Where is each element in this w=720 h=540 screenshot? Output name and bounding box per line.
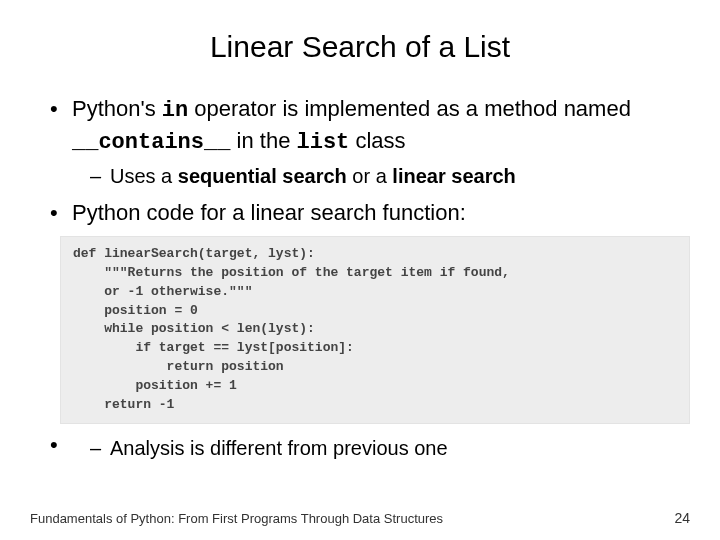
text: operator is implemented as a method name…: [188, 96, 631, 121]
bullet-2-cont: . Analysis is different from previous on…: [50, 430, 690, 463]
sub-list-1: Uses a sequential search or a linear sea…: [90, 163, 690, 190]
code-block: def linearSearch(target, lyst): """Retur…: [60, 236, 690, 424]
term-linear: linear search: [392, 165, 515, 187]
footer-text: Fundamentals of Python: From First Progr…: [30, 511, 443, 526]
page-title: Linear Search of a List: [30, 30, 690, 64]
text: Analysis is different from previous one: [110, 437, 448, 459]
sub-bullet-1: Uses a sequential search or a linear sea…: [90, 163, 690, 190]
bullet-1: Python's in operator is implemented as a…: [50, 94, 690, 190]
bullet-2: Python code for a linear search function…: [50, 198, 690, 228]
text: class: [349, 128, 405, 153]
code-inline-in: in: [162, 98, 188, 123]
page-number: 24: [674, 510, 690, 526]
slide: Linear Search of a List Python's in oper…: [0, 0, 720, 540]
text: in the: [230, 128, 296, 153]
text: Uses a: [110, 165, 178, 187]
footer: Fundamentals of Python: From First Progr…: [30, 510, 690, 526]
text: Python's: [72, 96, 162, 121]
code-inline-contains: __contains__: [72, 130, 230, 155]
bullet-list: Python's in operator is implemented as a…: [50, 94, 690, 228]
term-sequential: sequential search: [178, 165, 347, 187]
text: Python code for a linear search function…: [72, 200, 466, 225]
bullet-list-continued: . Analysis is different from previous on…: [50, 430, 690, 463]
code-inline-list: list: [296, 130, 349, 155]
sub-bullet-2: Analysis is different from previous one: [90, 435, 690, 462]
text: or a: [347, 165, 393, 187]
sub-list-2: Analysis is different from previous one: [90, 435, 690, 462]
